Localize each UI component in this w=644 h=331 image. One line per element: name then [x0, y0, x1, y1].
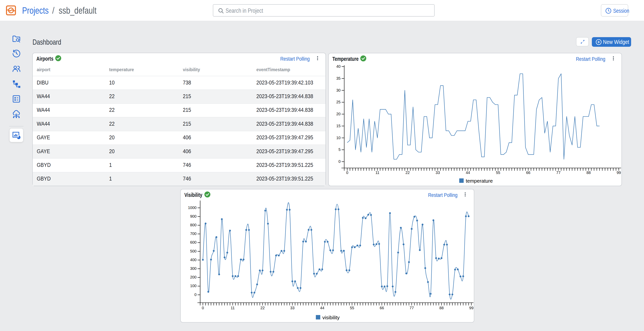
svg-text:11: 11	[231, 306, 235, 310]
svg-text:0: 0	[202, 306, 204, 310]
svg-text:35: 35	[336, 76, 340, 80]
svg-text:1000: 1000	[188, 206, 197, 210]
svg-text:500: 500	[190, 249, 196, 253]
svg-text:88: 88	[440, 306, 444, 310]
svg-text:22: 22	[260, 306, 265, 310]
svg-text:44: 44	[320, 306, 324, 310]
svg-text:15: 15	[336, 124, 340, 128]
svg-text:55: 55	[350, 306, 354, 310]
svg-text:99: 99	[617, 170, 621, 175]
svg-text:700: 700	[190, 232, 196, 236]
svg-text:5: 5	[338, 148, 340, 152]
svg-text:300: 300	[190, 266, 196, 270]
svg-text:22: 22	[405, 170, 410, 175]
svg-text:25: 25	[336, 100, 340, 104]
svg-text:66: 66	[526, 170, 530, 175]
svg-text:88: 88	[586, 170, 591, 175]
svg-text:77: 77	[410, 306, 414, 310]
svg-text:99: 99	[469, 306, 474, 310]
svg-text:200: 200	[190, 275, 196, 279]
svg-text:0: 0	[194, 292, 196, 297]
svg-text:11: 11	[375, 170, 379, 175]
svg-text:600: 600	[190, 240, 196, 244]
svg-text:0: 0	[338, 159, 340, 164]
svg-text:100: 100	[190, 284, 196, 288]
svg-text:20: 20	[336, 112, 340, 116]
svg-text:900: 900	[190, 214, 196, 218]
svg-text:10: 10	[336, 136, 340, 140]
svg-text:55: 55	[496, 170, 500, 175]
svg-text:visibility: visibility	[322, 315, 340, 320]
svg-text:66: 66	[380, 306, 384, 310]
svg-text:0: 0	[346, 170, 348, 175]
svg-text:temperature: temperature	[466, 178, 493, 184]
svg-text:30: 30	[336, 88, 340, 92]
svg-text:33: 33	[436, 170, 440, 175]
svg-text:40: 40	[336, 64, 340, 68]
svg-text:77: 77	[556, 170, 560, 175]
svg-text:400: 400	[190, 258, 196, 262]
svg-text:800: 800	[190, 223, 196, 227]
svg-text:33: 33	[290, 306, 294, 310]
svg-text:44: 44	[466, 170, 470, 175]
